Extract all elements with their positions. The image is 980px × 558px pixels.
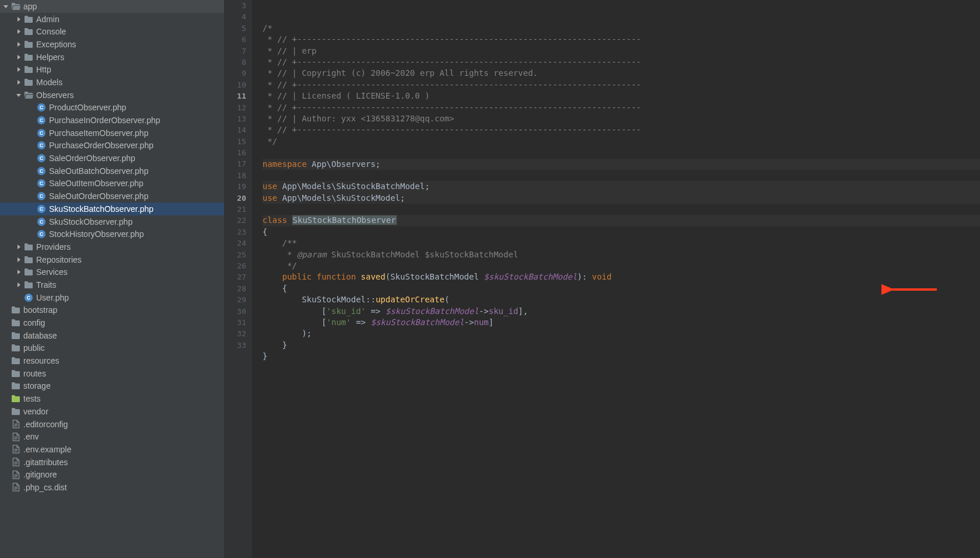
tree-item-label: public [23, 343, 45, 353]
tree-item-admin[interactable]: Admin [0, 13, 224, 26]
tree-item--gitignore[interactable]: .gitignore [0, 468, 224, 481]
tree-item--editorconfig[interactable]: .editorconfig [0, 418, 224, 431]
code-line[interactable]: use App\Models\SkuStockModel; [262, 193, 980, 204]
tree-item--env-example[interactable]: .env.example [0, 443, 224, 456]
project-tree[interactable]: appAdminConsoleExceptionsHelpersHttpMode… [0, 0, 224, 558]
code-line[interactable]: use App\Models\SkuStockBatchModel; [262, 181, 980, 192]
tree-item-app[interactable]: app [0, 0, 224, 13]
code-line[interactable] [262, 204, 980, 215]
tree-item--env[interactable]: .env [0, 430, 224, 443]
code-line[interactable]: * // +----------------------------------… [262, 102, 980, 113]
chevron-right-icon[interactable] [15, 16, 22, 23]
code-line[interactable]: class SkuStockBatchObserver [262, 215, 980, 226]
tree-item-productobserver-php[interactable]: CProductObserver.php [0, 102, 224, 114]
tree-item-bootstrap[interactable]: bootstrap [0, 304, 224, 317]
code-line[interactable]: SkuStockModel::updateOrCreate( [262, 294, 980, 305]
tree-item-exceptions[interactable]: Exceptions [0, 38, 224, 51]
tree-item-label: ProductObserver.php [49, 103, 126, 112]
tree-item-saleorderobserver-php[interactable]: CSaleOrderObserver.php [0, 152, 224, 165]
chevron-right-icon[interactable] [15, 268, 22, 275]
code-line[interactable]: * // +----------------------------------… [262, 79, 980, 90]
code-token: { [262, 284, 287, 293]
tree-item-purchaseorderobserver-php[interactable]: CPurchaseOrderObserver.php [0, 140, 224, 152]
tree-item-traits[interactable]: Traits [0, 278, 224, 291]
tree-item-saleoutorderobserver-php[interactable]: CSaleOutOrderObserver.php [0, 190, 224, 203]
tree-item-resources[interactable]: resources [0, 354, 224, 367]
code-line[interactable] [262, 147, 980, 158]
code-area[interactable]: /* * // +-------------------------------… [252, 0, 980, 558]
chevron-right-icon[interactable] [15, 66, 22, 73]
chevron-right-icon[interactable] [15, 54, 22, 61]
tree-item--gitattributes[interactable]: .gitattributes [0, 456, 224, 469]
code-line[interactable]: public function saved(SkuStockBatchModel… [262, 271, 980, 283]
tree-item-label: .env [23, 432, 38, 441]
code-token: } [262, 351, 267, 361]
code-line[interactable]: namespace App\Observers; [262, 159, 980, 170]
tree-item-helpers[interactable]: Helpers [0, 51, 224, 64]
code-line[interactable]: ); [262, 328, 980, 339]
tree-item-purchaseitemobserver-php[interactable]: CPurchaseItemObserver.php [0, 127, 224, 140]
tree-item-database[interactable]: database [0, 329, 224, 342]
chevron-right-icon[interactable] [15, 243, 22, 250]
code-line[interactable]: { [262, 226, 980, 238]
code-line[interactable]: /** [262, 238, 980, 249]
code-line[interactable]: */ [262, 136, 980, 147]
chevron-right-icon[interactable] [15, 256, 22, 263]
code-line[interactable]: */ [262, 260, 980, 271]
php-class-icon: C [37, 141, 46, 150]
tree-item-observers[interactable]: Observers [0, 89, 224, 102]
tree-item-repositories[interactable]: Repositories [0, 253, 224, 266]
code-editor[interactable]: 3456789101112131415161718192021222324252… [224, 0, 980, 558]
code-line[interactable]: * // +----------------------------------… [262, 34, 980, 45]
code-token: ); [262, 329, 312, 338]
tree-item-public[interactable]: public [0, 342, 224, 355]
chevron-right-icon[interactable] [15, 281, 22, 288]
tree-item-routes[interactable]: routes [0, 367, 224, 380]
code-token: @param [297, 250, 331, 259]
code-line[interactable]: * @param SkuStockBatchModel $skuStockBat… [262, 249, 980, 260]
code-token: * // +----------------------------------… [262, 125, 641, 134]
chevron-right-icon[interactable] [15, 79, 22, 86]
code-line[interactable]: * // | Copyright (c) 2006~2020 erp All r… [262, 68, 980, 79]
code-line[interactable]: ['num' => $skuStockBatchModel->num] [262, 317, 980, 328]
tree-item-saleoutitemobserver-php[interactable]: CSaleOutItemObserver.php [0, 177, 224, 190]
code-line[interactable]: } [262, 351, 980, 362]
tree-item-tests[interactable]: tests [0, 392, 224, 405]
tree-item-services[interactable]: Services [0, 266, 224, 278]
line-number: 9 [224, 68, 246, 79]
code-line[interactable] [262, 362, 980, 374]
code-line[interactable]: * // | erp [262, 46, 980, 57]
tree-item-http[interactable]: Http [0, 63, 224, 76]
tree-item--php_cs-dist[interactable]: .php_cs.dist [0, 481, 224, 494]
tree-item-purchaseinorderobserver-php[interactable]: CPurchaseInOrderObserver.php [0, 114, 224, 127]
tree-item-stockhistoryobserver-php[interactable]: CStockHistoryObserver.php [0, 228, 224, 240]
php-class-icon: C [37, 204, 46, 214]
chevron-down-icon[interactable] [15, 92, 22, 99]
tree-item-vendor[interactable]: vendor [0, 405, 224, 418]
code-token: -> [464, 318, 474, 327]
code-line[interactable]: * // | Licensed ( LICENSE-1.0.0 ) [262, 90, 980, 102]
chevron-right-icon[interactable] [15, 28, 22, 35]
tree-item-skustockobserver-php[interactable]: CSkuStockObserver.php [0, 215, 224, 228]
code-line[interactable]: /* [262, 23, 980, 34]
tree-item-storage[interactable]: storage [0, 380, 224, 393]
code-line[interactable]: ['sku_id' => $skuStockBatchModel->sku_id… [262, 306, 980, 317]
code-line[interactable]: { [262, 283, 980, 294]
tree-item-config[interactable]: config [0, 316, 224, 329]
code-line[interactable] [262, 170, 980, 181]
tree-item-models[interactable]: Models [0, 76, 224, 89]
chevron-down-icon[interactable] [2, 3, 9, 10]
code-line[interactable]: } [262, 340, 980, 351]
tree-item-saleoutbatchobserver-php[interactable]: CSaleOutBatchObserver.php [0, 165, 224, 177]
code-line[interactable]: * // +----------------------------------… [262, 124, 980, 135]
code-token: num [474, 318, 488, 327]
tree-item-providers[interactable]: Providers [0, 240, 224, 253]
tree-item-console[interactable]: Console [0, 25, 224, 38]
tree-item-skustockbatchobserver-php[interactable]: CSkuStockBatchObserver.php [0, 203, 224, 215]
tree-item-user-php[interactable]: CUser.php [0, 291, 224, 304]
php-class-icon: C [37, 116, 46, 125]
code-line[interactable]: * // +----------------------------------… [262, 57, 980, 68]
chevron-right-icon[interactable] [15, 41, 22, 48]
line-number: 11 [224, 90, 246, 102]
code-line[interactable]: * // | Author: yxx <1365831278@qq.com> [262, 113, 980, 124]
